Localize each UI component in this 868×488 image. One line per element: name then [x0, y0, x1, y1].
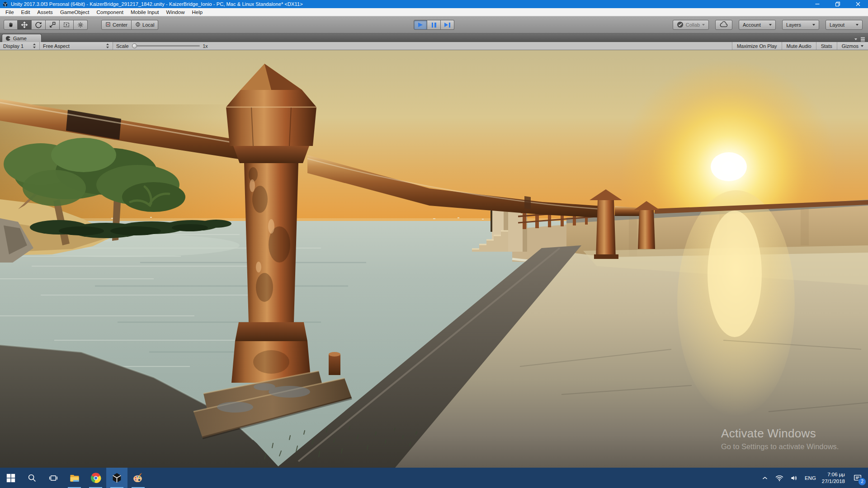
game-tabbar: Game	[0, 33, 868, 42]
pivot-controls: Center Local	[101, 20, 158, 30]
account-label: Account	[743, 22, 761, 28]
game-viewport[interactable]: Activate Windows Go to Settings to activ…	[0, 50, 868, 468]
tab-menu-icon[interactable]	[861, 39, 865, 40]
windows-logo-icon	[6, 473, 16, 483]
scale-tool-button[interactable]	[46, 20, 60, 30]
tab-extras	[854, 38, 868, 42]
updown-icon	[33, 43, 36, 49]
gizmos-label: Gizmos	[842, 43, 859, 49]
restore-button[interactable]	[827, 0, 848, 8]
play-icon	[418, 23, 423, 27]
transform-tool-button[interactable]	[74, 20, 88, 30]
cloud-button[interactable]	[715, 20, 732, 30]
volume-icon[interactable]	[790, 474, 799, 483]
start-button[interactable]	[0, 468, 21, 488]
menu-window[interactable]: Window	[163, 9, 189, 15]
chrome-icon	[90, 473, 101, 483]
window-title: Unity 2017.3.0f3 Personal (64bit) - Kaiz…	[11, 1, 303, 7]
paint-button[interactable]	[127, 468, 149, 488]
playback-controls	[414, 20, 454, 30]
chrome-button[interactable]	[85, 468, 106, 488]
menu-gameobject[interactable]: GameObject	[57, 9, 93, 15]
gizmos-dropdown[interactable]: Gizmos	[837, 42, 868, 50]
pause-button[interactable]	[427, 20, 441, 30]
scale-slider[interactable]	[132, 43, 200, 49]
game-tab-label: Game	[13, 36, 27, 41]
unity-taskbar-button[interactable]	[106, 468, 127, 488]
scale-control: Scale 1x	[113, 42, 211, 50]
language-indicator[interactable]: ENG	[805, 475, 816, 481]
paint-icon	[132, 472, 144, 483]
layers-dropdown-icon	[812, 24, 815, 26]
minimize-button[interactable]	[807, 0, 827, 8]
unity-icon	[111, 472, 123, 483]
updown-icon	[106, 43, 109, 49]
menu-file[interactable]: File	[2, 9, 18, 15]
menu-assets[interactable]: Assets	[33, 9, 57, 15]
collab-button[interactable]: Collab	[673, 20, 709, 30]
menu-component[interactable]: Component	[93, 9, 127, 15]
aspect-dropdown[interactable]: Free Aspect	[40, 42, 113, 50]
clock[interactable]: 7:06 μμ 27/1/2018	[822, 471, 845, 485]
hand-tool-button[interactable]	[4, 20, 18, 30]
scale-value: 1x	[203, 43, 208, 49]
menu-edit[interactable]: Edit	[18, 9, 34, 15]
account-dropdown[interactable]: Account	[739, 20, 776, 30]
layout-label: Layout	[830, 22, 844, 28]
file-explorer-icon	[69, 473, 80, 483]
step-button[interactable]	[441, 20, 454, 30]
wifi-icon[interactable]	[775, 474, 784, 483]
slider-track	[132, 45, 200, 47]
layout-dropdown[interactable]: Layout	[826, 20, 863, 30]
gizmos-dropdown-icon	[861, 45, 863, 47]
titlebar: Unity 2017.3.0f3 Personal (64bit) - Kaiz…	[0, 0, 868, 8]
pause-icon	[432, 23, 436, 28]
mute-audio-button[interactable]: Mute Audio	[782, 42, 816, 50]
file-explorer-button[interactable]	[64, 468, 85, 488]
taskbar: ENG 7:06 μμ 27/1/2018 2	[0, 468, 868, 488]
tab-dropdown-icon[interactable]	[854, 38, 857, 40]
play-button[interactable]	[414, 20, 427, 30]
slider-knob[interactable]	[132, 43, 137, 48]
cloud-icon	[719, 21, 728, 28]
task-view-button[interactable]	[42, 468, 64, 488]
display-dropdown-label: Display 1	[3, 43, 24, 49]
menu-help[interactable]: Help	[188, 9, 206, 15]
space-local-label: Local	[142, 22, 154, 28]
maximize-on-play-button[interactable]: Maximize On Play	[732, 42, 782, 50]
close-icon[interactable]	[848, 0, 868, 8]
aspect-dropdown-label: Free Aspect	[43, 43, 70, 49]
unity-logo-icon	[2, 1, 8, 7]
action-center-button[interactable]: 2	[853, 473, 863, 483]
unity-window: Unity 2017.3.0f3 Personal (64bit) - Kaiz…	[0, 0, 868, 488]
task-view-icon	[48, 473, 58, 483]
collab-check-icon	[677, 21, 684, 29]
rect-tool-button[interactable]	[60, 20, 74, 30]
notification-badge: 2	[858, 478, 866, 486]
pivot-center-button[interactable]: Center	[101, 20, 132, 30]
globe-icon	[135, 22, 141, 28]
rotate-tool-button[interactable]	[32, 20, 46, 30]
tab-game[interactable]: Game	[2, 34, 42, 42]
pivot-icon	[105, 22, 111, 28]
menubar: File Edit Assets GameObject Component Mo…	[0, 8, 868, 16]
layout-dropdown-icon	[856, 24, 859, 26]
stats-button[interactable]: Stats	[816, 42, 837, 50]
tray-chevron-icon[interactable]	[761, 474, 769, 482]
space-local-button[interactable]: Local	[132, 20, 158, 30]
rendered-scene	[0, 50, 868, 468]
move-tool-button[interactable]	[18, 20, 32, 30]
main-toolbar: Center Local Collab Account	[0, 16, 868, 33]
pivot-center-label: Center	[113, 22, 127, 28]
search-icon	[27, 473, 37, 483]
toolbar-right: Collab Account Layers Layout	[673, 20, 863, 30]
scale-label: Scale	[116, 43, 129, 49]
menu-mobile-input[interactable]: Mobile Input	[127, 9, 163, 15]
layers-dropdown[interactable]: Layers	[782, 20, 819, 30]
display-dropdown[interactable]: Display 1	[0, 42, 40, 50]
system-tray: ENG 7:06 μμ 27/1/2018 2	[761, 468, 868, 488]
game-controlbar: Display 1 Free Aspect Scale 1x Maximize …	[0, 42, 868, 50]
collab-dropdown-icon	[702, 24, 705, 26]
search-button[interactable]	[21, 468, 42, 488]
tray-time: 7:06 μμ	[822, 471, 845, 478]
